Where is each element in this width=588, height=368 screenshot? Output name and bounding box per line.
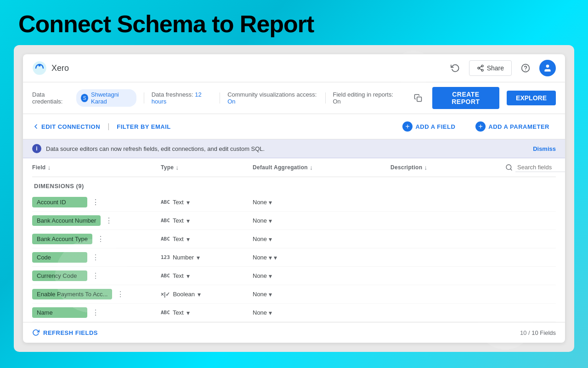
aggregation-cell: None ▾ [253,236,390,243]
field-badge[interactable]: Account ID [32,197,87,207]
svg-point-1 [39,64,41,67]
refresh-fields-button[interactable]: REFRESH FIELDS [32,329,98,336]
agg-dropdown-icon[interactable]: ▾ [269,199,272,206]
table-row: Name ⋮ ABC Text ▾ None ▾ [32,304,556,322]
main-card: Xero Share [23,54,565,343]
type-icon: ABC [161,236,170,242]
field-name-cell: Bank Account Type ⋮ [32,234,161,244]
create-report-button[interactable]: CREATE REPORT [432,87,499,109]
agg-dropdown-icon[interactable]: ▾ [269,291,272,298]
row-menu-icon[interactable]: ⋮ [103,215,114,226]
type-dropdown-icon[interactable]: ▾ [187,236,190,243]
field-badge[interactable]: Enable Payments To Acc... [32,289,112,299]
credentials-badge[interactable]: S Shwetagni Karad [76,89,136,107]
user-avatar[interactable] [539,60,556,76]
search-input[interactable] [515,163,565,172]
agg-dropdown-icon[interactable]: ▾ [269,254,272,261]
agg-dropdown-icon[interactable]: ▾ [269,217,272,224]
row-menu-icon[interactable]: ⋮ [115,289,126,299]
type-sort-icon[interactable]: ↓ [175,164,179,171]
fields-count: 10 / 10 Fields [520,329,556,336]
app-header: Xero Share [23,54,565,82]
agg-dropdown-icon[interactable]: ▾ [269,236,272,243]
search-field-area [505,163,565,172]
row-menu-icon[interactable]: ⋮ [95,234,106,244]
description-column-header: Description ↓ [390,164,505,171]
dimensions-section-header: DIMENSIONS (9) [32,177,556,193]
filter-by-email-button[interactable]: FILTER BY EMAIL [117,123,171,130]
aggregation-cell: None ▾ [253,217,390,224]
field-sort-icon[interactable]: ↓ [48,164,51,171]
main-toolbar: Data credentials: S Shwetagni Karad Data… [23,82,565,114]
type-dropdown-icon[interactable]: ▾ [187,309,190,316]
dismiss-button[interactable]: Dismiss [533,145,556,152]
row-menu-icon[interactable]: ⋮ [90,252,101,263]
credentials-avatar: S [81,94,88,102]
svg-line-5 [479,69,481,70]
type-dropdown-icon[interactable]: ▾ [187,272,190,280]
help-button[interactable] [517,60,534,76]
aggregation-value: None [253,272,267,279]
add-parameter-button[interactable]: + ADD A PARAMETER [469,119,556,134]
type-dropdown-icon[interactable]: ▾ [187,199,190,206]
sub-toolbar: EDIT CONNECTION | FILTER BY EMAIL + ADD … [23,114,565,139]
field-badge[interactable]: Currency Code [32,270,87,281]
type-dropdown-icon[interactable]: ▾ [197,254,200,261]
share-button[interactable]: Share [469,60,512,76]
agg-dropdown-icon[interactable]: ▾ [269,272,272,280]
type-label: Number [173,254,194,261]
aggregation-value: None [253,236,267,242]
toolbar-separator-1 [144,92,144,104]
aggregation-column-header: Default Aggregation ↓ [253,164,390,171]
type-dropdown-icon[interactable]: ▾ [187,217,190,224]
field-badge[interactable]: Name [32,307,87,318]
agg-dropdown-icon[interactable]: ▾ [269,309,272,316]
field-column-header: Field ↓ [32,164,161,171]
type-label: Text [173,272,184,279]
field-badge[interactable]: Code [32,252,87,263]
description-sort-icon[interactable]: ↓ [424,164,427,171]
aggregation-value: None [253,291,267,298]
aggregation-value: None [253,309,267,316]
search-icon [505,164,513,171]
community-value: On [227,98,235,105]
info-banner: i Data source editors can now refresh fi… [23,139,565,158]
field-badge[interactable]: Bank Account Type [32,234,92,244]
table-header: Field ↓ Type ↓ Default Aggregation ↓ Des… [32,158,556,177]
type-icon: ABC [161,273,170,279]
agg-extra-dropdown-icon[interactable]: ▾ [274,254,277,261]
type-label: Text [173,309,184,316]
copy-button[interactable] [412,91,425,105]
row-menu-icon[interactable]: ⋮ [90,270,101,281]
edit-connection-button[interactable]: EDIT CONNECTION [32,123,100,130]
history-button[interactable] [447,60,464,76]
add-field-icon: + [402,121,413,132]
row-menu-icon[interactable]: ⋮ [90,197,101,207]
row-menu-icon[interactable]: ⋮ [90,307,101,318]
type-dropdown-icon[interactable]: ▾ [198,291,201,298]
table-area: Field ↓ Type ↓ Default Aggregation ↓ Des… [23,158,565,322]
info-text: Data source editors can now refresh fiel… [46,145,528,152]
add-param-icon: + [475,121,486,132]
aggregation-value: None [253,217,267,224]
data-credentials: Data credentials: S Shwetagni Karad [32,89,136,107]
sub-separator: | [107,122,109,131]
share-label: Share [487,64,504,72]
add-field-button[interactable]: + ADD A FIELD [396,119,462,134]
type-label: Boolean [173,291,195,298]
table-row: Currency Code ⋮ ABC Text ▾ None ▾ [32,267,556,285]
field-name-cell: Account ID ⋮ [32,197,161,207]
aggregation-cell: None ▾ [253,291,390,298]
aggregation-sort-icon[interactable]: ↓ [310,164,313,171]
aggregation-value: None [253,199,267,206]
type-label: Text [173,236,184,242]
type-icon: ABC [161,310,170,316]
info-icon: i [32,144,41,153]
type-cell: ABC Text ▾ [161,199,253,206]
type-label: Text [173,217,184,224]
field-badge[interactable]: Bank Account Number [32,215,101,226]
type-cell: ABC Text ▾ [161,236,253,243]
toolbar-separator-3 [325,92,326,104]
explore-button[interactable]: EXPLORE [507,91,556,105]
table-row: Enable Payments To Acc... ⋮ ×|✓ Boolean … [32,285,556,304]
